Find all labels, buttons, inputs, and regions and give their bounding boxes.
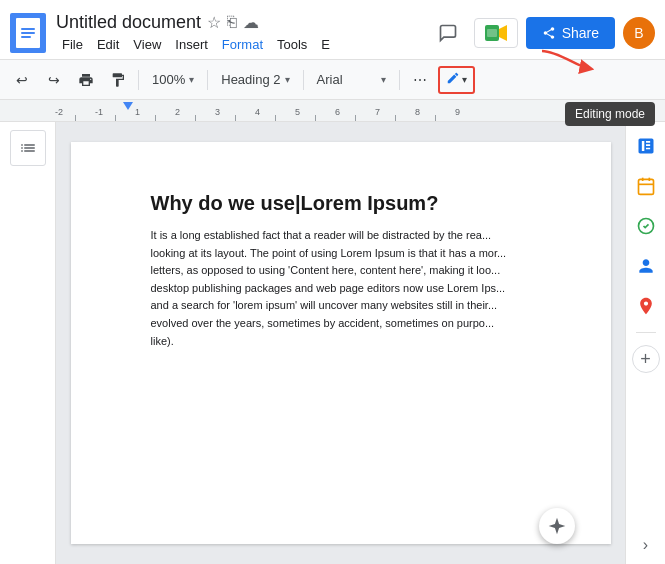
star-icon[interactable]: ☆: [207, 13, 221, 32]
ai-button[interactable]: [539, 508, 575, 544]
paint-format-button[interactable]: [104, 66, 132, 94]
collapse-sidebar-button[interactable]: ›: [643, 536, 648, 554]
edit-mode-dropdown: ▾: [462, 74, 467, 85]
editing-mode-tooltip: Editing mode: [565, 102, 655, 126]
redo-button[interactable]: ↪: [40, 66, 68, 94]
zoom-select[interactable]: 100% ▾: [145, 68, 201, 91]
separator-1: [138, 70, 139, 90]
svg-rect-2: [487, 29, 497, 37]
style-chevron: ▾: [285, 74, 290, 85]
style-select[interactable]: Heading 2 ▾: [214, 68, 296, 91]
zoom-value: 100%: [152, 72, 185, 87]
contacts-icon[interactable]: [632, 252, 660, 280]
pencil-icon: [446, 71, 460, 88]
doc-heading[interactable]: Why do we use|Lorem Ipsum?: [151, 192, 556, 215]
menu-extra[interactable]: E: [315, 35, 336, 54]
menu-tools[interactable]: Tools: [271, 35, 313, 54]
main-area: Why do we use|Lorem Ipsum? It is a long …: [0, 122, 665, 564]
doc-body[interactable]: It is a long established fact that a rea…: [151, 227, 556, 350]
menu-file[interactable]: File: [56, 35, 89, 54]
left-sidebar: [0, 122, 56, 564]
maps-icon[interactable]: [632, 292, 660, 320]
menu-bar: File Edit View Insert Format Tools E: [56, 35, 430, 54]
tasks-icon[interactable]: [632, 212, 660, 240]
menu-insert[interactable]: Insert: [169, 35, 214, 54]
edit-mode-button[interactable]: ▾: [438, 66, 475, 94]
doc-page: Why do we use|Lorem Ipsum? It is a long …: [71, 142, 611, 544]
doc-title[interactable]: Untitled document: [56, 12, 201, 33]
highlight-arrow: [537, 46, 597, 76]
svg-marker-1: [499, 25, 507, 41]
folder-icon[interactable]: ⎗: [227, 13, 237, 31]
font-value: Arial: [317, 72, 377, 87]
font-select[interactable]: Arial ▾: [310, 68, 393, 91]
title-section: Untitled document ☆ ⎗ ☁ File Edit View I…: [56, 12, 430, 54]
style-value: Heading 2: [221, 72, 280, 87]
svg-rect-4: [638, 179, 653, 194]
menu-format[interactable]: Format: [216, 35, 269, 54]
more-options-button[interactable]: ⋯: [406, 66, 434, 94]
doc-container[interactable]: Why do we use|Lorem Ipsum? It is a long …: [56, 122, 625, 564]
share-button[interactable]: Share: [526, 17, 615, 49]
zoom-chevron: ▾: [189, 74, 194, 85]
add-button[interactable]: +: [632, 345, 660, 373]
separator-3: [303, 70, 304, 90]
menu-edit[interactable]: Edit: [91, 35, 125, 54]
comment-button[interactable]: [430, 15, 466, 51]
sidebar-divider: [636, 332, 656, 333]
menu-view[interactable]: View: [127, 35, 167, 54]
font-chevron: ▾: [381, 74, 386, 85]
docs-logo: [10, 13, 46, 53]
right-sidebar: + ›: [625, 122, 665, 564]
outline-button[interactable]: [10, 130, 46, 166]
calendar-icon[interactable]: [632, 172, 660, 200]
undo-button[interactable]: ↩: [8, 66, 36, 94]
cloud-icon[interactable]: ☁: [243, 13, 259, 32]
separator-2: [207, 70, 208, 90]
sheets-icon[interactable]: [632, 132, 660, 160]
print-button[interactable]: [72, 66, 100, 94]
separator-4: [399, 70, 400, 90]
user-avatar[interactable]: B: [623, 17, 655, 49]
toolbar: ↩ ↪ 100% ▾ Heading 2 ▾ Arial ▾ ⋯ ▾: [0, 60, 665, 100]
share-label: Share: [562, 25, 599, 41]
meet-button[interactable]: [474, 18, 518, 48]
